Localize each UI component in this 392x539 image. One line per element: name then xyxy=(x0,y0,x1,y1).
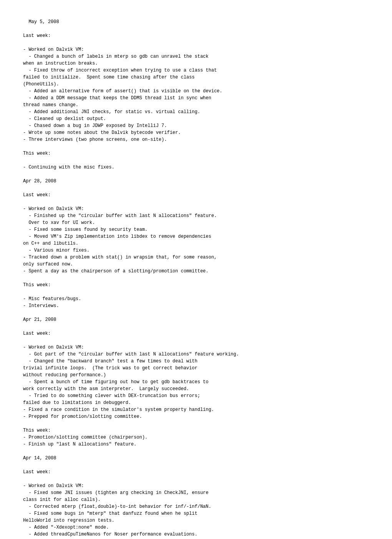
document-body: May 5, 2008 Last week: - Worked on Dalvi… xyxy=(0,0,392,539)
document-text: May 5, 2008 Last week: - Worked on Dalvi… xyxy=(23,19,239,539)
